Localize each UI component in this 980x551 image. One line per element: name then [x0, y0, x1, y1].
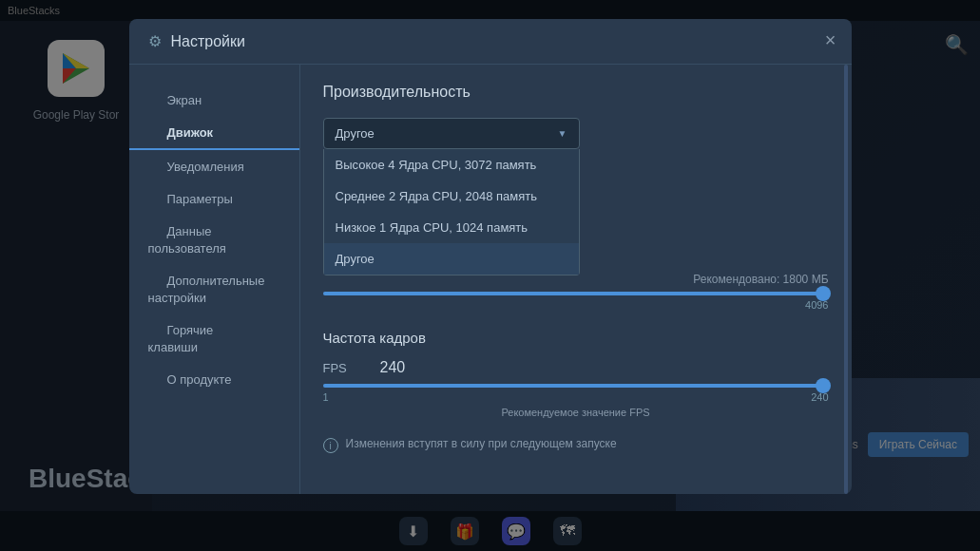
nav-item-notifications[interactable]: Уведомления — [129, 150, 299, 182]
memory-slider-thumb[interactable] — [816, 286, 831, 301]
performance-title: Производительность — [323, 84, 829, 101]
modal-title: Настройки — [171, 33, 245, 50]
nav-label-params: Параметры — [148, 182, 252, 216]
memory-slider-track — [323, 292, 829, 295]
dropdown-menu: Высокое 4 Ядра CPU, 3072 память Среднее … — [323, 149, 580, 276]
fps-section: Частота кадров FPS 240 1 240 — [323, 330, 829, 418]
nav-item-advanced[interactable]: Дополнительныенастройки — [129, 264, 299, 314]
dropdown-item-high[interactable]: Высокое 4 Ядра CPU, 3072 память — [324, 149, 579, 180]
nav-item-userdata[interactable]: Данныепользователя — [129, 215, 299, 264]
fps-max-label: 240 — [811, 391, 828, 403]
nav-item-screen[interactable]: Экран — [129, 84, 299, 116]
nav-label-notifications: Уведомления — [148, 150, 263, 183]
fps-slider-container: 1 240 — [323, 384, 829, 403]
nav-item-hotkeys[interactable]: Горячие клавиши — [129, 314, 299, 363]
memory-section: Рекомендовано: 1800 МБ 4096 — [323, 273, 829, 311]
info-text: Изменения вступят в силу при следующем з… — [346, 437, 617, 450]
modal-overlay: ⚙ Настройки × Экран Движок Уведомления П… — [0, 0, 980, 551]
info-icon: i — [323, 438, 338, 453]
fps-recommended-label: Рекомендуемое значение FPS — [323, 407, 829, 418]
nav-label-about: О продукте — [148, 363, 251, 396]
fps-min-label: 1 — [323, 391, 329, 403]
modal-close-button[interactable]: × — [825, 30, 836, 49]
fps-slider-track — [323, 384, 829, 388]
nav-item-about[interactable]: О продукте — [129, 363, 299, 395]
modal-sidebar: Экран Движок Уведомления Параметры Данны… — [129, 65, 300, 494]
nav-label-engine: Движок — [148, 116, 233, 149]
fps-slider-fill — [323, 384, 829, 388]
info-notice: i Изменения вступят в силу при следующем… — [323, 437, 829, 453]
nav-label-advanced: Дополнительныенастройки — [148, 264, 265, 314]
fps-slider-labels: 1 240 — [323, 391, 829, 403]
fps-label: FPS — [323, 361, 361, 375]
modal-content: Производительность Другое ▼ Высокое 4 Яд… — [300, 65, 852, 494]
fps-row: FPS 240 — [323, 359, 829, 376]
dropdown-item-low[interactable]: Низкое 1 Ядра CPU, 1024 память — [324, 212, 579, 243]
settings-gear-icon: ⚙ — [148, 32, 162, 50]
memory-slider-labels: 4096 — [323, 299, 829, 311]
dropdown-selected-value: Другое — [336, 126, 375, 141]
modal-body: Экран Движок Уведомления Параметры Данны… — [129, 65, 852, 494]
nav-item-params[interactable]: Параметры — [129, 182, 299, 215]
dropdown-item-medium[interactable]: Среднее 2 Ядра CPU, 2048 память — [324, 180, 579, 212]
dropdown-item-other[interactable]: Другое — [324, 243, 579, 275]
fps-slider-thumb[interactable] — [816, 378, 831, 393]
nav-item-engine[interactable]: Движок — [129, 116, 299, 150]
performance-dropdown[interactable]: Другое ▼ — [323, 118, 580, 149]
nav-label-hotkeys: Горячие клавиши — [148, 314, 218, 364]
memory-slider-container — [323, 292, 829, 295]
scrollbar[interactable] — [844, 65, 848, 494]
modal-header: ⚙ Настройки × — [129, 19, 852, 65]
nav-label-screen: Экран — [148, 84, 221, 117]
fps-value: 240 — [380, 359, 406, 376]
memory-slider-fill — [323, 292, 829, 295]
memory-max-label: 4096 — [805, 299, 828, 311]
fps-section-title: Частота кадров — [323, 330, 829, 346]
nav-label-userdata: Данныепользователя — [148, 215, 245, 265]
dropdown-arrow-icon: ▼ — [558, 128, 567, 139]
dropdown-container: Другое ▼ Высокое 4 Ядра CPU, 3072 память… — [323, 118, 829, 149]
settings-modal: ⚙ Настройки × Экран Движок Уведомления П… — [129, 19, 852, 494]
